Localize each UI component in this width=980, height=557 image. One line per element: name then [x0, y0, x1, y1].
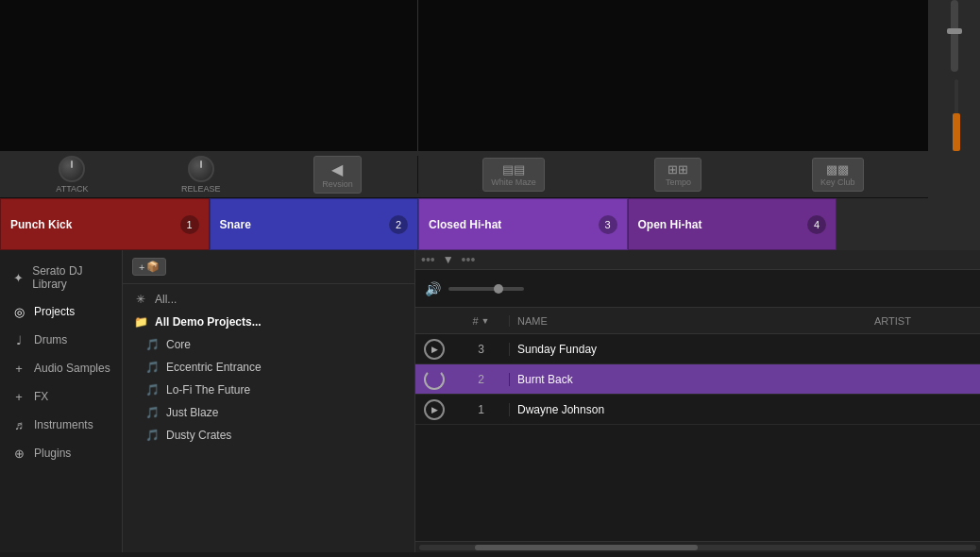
sidebar-item-drums[interactable]: ♩ Drums [0, 326, 122, 354]
drum-pad-num-open_hihat: 4 [807, 215, 826, 234]
revsion-label: Revsion [322, 179, 353, 189]
volume-thumb [494, 284, 503, 294]
core-item[interactable]: 🎵 Core [123, 333, 414, 356]
sidebar-item-fx[interactable]: + FX [0, 382, 122, 411]
controls-left: Attack Release ◀ Revsion [0, 156, 418, 194]
music-icon-lofi: 🎵 [145, 383, 159, 397]
tracks-list: ▶ 3 Sunday Funday 2 Burnt Back ▶ 1 Dwayn… [415, 334, 980, 425]
main-content: ✦ Serato DJ Library ◎ Projects ♩ Drums +… [0, 250, 980, 552]
all-files-item[interactable]: ✳ All... [123, 288, 414, 311]
sidebar-item-audio_samples[interactable]: + Audio Samples [0, 354, 122, 382]
music-icon-core: 🎵 [145, 338, 159, 351]
track-num-track3: 1 [453, 403, 510, 416]
sidebar-icon-audio_samples: + [11, 361, 26, 376]
dusty-crates-label: Dusty Crates [166, 429, 231, 442]
release-knob-group: Release [181, 156, 221, 194]
drum-pad-label-open_hihat: Open Hi-hat [638, 218, 702, 231]
track-play-btn-track1[interactable]: ▶ [415, 339, 453, 360]
add-project-button[interactable]: + 📦 [132, 258, 166, 276]
attack-label: Attack [56, 184, 88, 194]
controls-bar: Attack Release ◀ Revsion ▤▤ White Maze ⊞… [0, 151, 980, 198]
key-club-label: Key Club [820, 177, 855, 187]
eccentric-label: Eccentric Entrance [166, 361, 262, 374]
sidebar-label-drums: Drums [34, 333, 67, 346]
drum-pad-snare[interactable]: Snare 2 [210, 198, 419, 250]
file-browser-header: + 📦 [123, 250, 414, 284]
track-row-track2[interactable]: 2 Burnt Back [415, 364, 980, 395]
dots-right[interactable]: ••• [462, 252, 476, 267]
track-row-track1[interactable]: ▶ 3 Sunday Funday [415, 334, 980, 364]
sidebar-label-audio_samples: Audio Samples [34, 362, 110, 375]
tempo-label: Tempo [666, 177, 691, 187]
tempo-button[interactable]: ⊞⊞ Tempo [654, 158, 701, 192]
sidebar-item-serato_library[interactable]: ✦ Serato DJ Library [0, 258, 122, 297]
waveform-side [928, 0, 980, 151]
white-maze-button[interactable]: ▤▤ White Maze [482, 158, 545, 192]
track-num-track2: 2 [453, 373, 510, 386]
track-name-track2: Burnt Back [510, 373, 867, 386]
all-demo-label: All Demo Projects... [155, 315, 262, 329]
lofi-item[interactable]: 🎵 Lo-Fi The Future [123, 379, 414, 401]
track-row-track3[interactable]: ▶ 1 Dwayne Johnson [415, 395, 980, 425]
track-list-header: # ▼ NAME ARTIST [415, 308, 980, 334]
drum-pad-punch_kick[interactable]: Punch Kick 1 [0, 198, 210, 250]
play-circle-track1[interactable]: ▶ [424, 339, 445, 360]
just-blaze-label: Just Blaze [166, 406, 218, 419]
arrow-down[interactable]: ▼ [443, 253, 454, 266]
sidebar-icon-fx: + [11, 389, 26, 404]
attack-knob-group: Attack [56, 156, 88, 194]
drum-pad-label-closed_hihat: Closed Hi-hat [429, 218, 501, 231]
lofi-label: Lo-Fi The Future [166, 383, 250, 397]
controls-right: ▤▤ White Maze ⊞⊞ Tempo ▩▩ Key Club [418, 158, 928, 192]
attack-knob[interactable] [59, 156, 85, 182]
track-num-track1: 3 [453, 343, 510, 356]
release-label: Release [181, 184, 221, 194]
pads-right-spacer [836, 198, 980, 250]
sidebar: ✦ Serato DJ Library ◎ Projects ♩ Drums +… [0, 250, 123, 552]
bottom-scrollbar[interactable] [415, 541, 980, 552]
track-list-area: ••• ▼ ••• 🔊 # ▼ NAME ARTIST [415, 250, 980, 552]
dots-left[interactable]: ••• [421, 252, 435, 267]
track-play-btn-track2[interactable] [415, 369, 453, 390]
volume-slider-vert[interactable] [951, 0, 958, 72]
gain-slider-vert[interactable] [955, 79, 958, 151]
drum-pad-num-snare: 2 [389, 215, 408, 234]
music-icon-eccentric: 🎵 [145, 361, 159, 374]
track-name-track1: Sunday Funday [510, 343, 867, 356]
music-icon-just-blaze: 🎵 [145, 406, 159, 419]
waveform-right [418, 0, 928, 151]
music-icon-dusty: 🎵 [145, 429, 159, 442]
drum-pads: Punch Kick 1 Snare 2 Closed Hi-hat 3 Ope… [0, 198, 836, 250]
play-circle-track2[interactable] [424, 369, 445, 390]
sort-icon[interactable]: ▼ [482, 316, 490, 326]
drum-pad-open_hihat[interactable]: Open Hi-hat 4 [628, 198, 837, 250]
track-play-btn-track3[interactable]: ▶ [415, 399, 453, 420]
track-list-top-bar: ••• ▼ ••• [415, 250, 980, 270]
sidebar-icon-drums: ♩ [11, 332, 26, 347]
drum-pad-num-closed_hihat: 3 [599, 215, 617, 234]
waveform-area [0, 0, 980, 151]
just-blaze-item[interactable]: 🎵 Just Blaze [123, 401, 414, 424]
key-club-button[interactable]: ▩▩ Key Club [812, 158, 864, 192]
pads-area: Punch Kick 1 Snare 2 Closed Hi-hat 3 Ope… [0, 198, 980, 250]
drum-pad-num-punch_kick: 1 [180, 215, 199, 234]
sidebar-item-projects[interactable]: ◎ Projects [0, 297, 122, 326]
sidebar-icon-serato_library: ✦ [11, 270, 25, 285]
plus-icon: + [139, 262, 144, 273]
sidebar-label-fx: FX [34, 390, 48, 403]
drum-pad-closed_hihat[interactable]: Closed Hi-hat 3 [418, 198, 628, 250]
package-icon: 📦 [146, 261, 160, 273]
volume-slider[interactable] [448, 287, 524, 291]
waveform-left [0, 0, 418, 151]
all-demo-projects-item[interactable]: 📁 All Demo Projects... [123, 311, 414, 333]
play-circle-track3[interactable]: ▶ [424, 399, 445, 420]
sidebar-item-instruments[interactable]: ♬ Instruments [0, 411, 122, 439]
sidebar-item-plugins[interactable]: ⊕ Plugins [0, 439, 122, 467]
release-knob[interactable] [188, 156, 214, 182]
revsion-button[interactable]: ◀ Revsion [313, 156, 362, 194]
dusty-crates-item[interactable]: 🎵 Dusty Crates [123, 424, 414, 447]
drum-pad-label-punch_kick: Punch Kick [10, 218, 72, 231]
eccentric-item[interactable]: 🎵 Eccentric Entrance [123, 356, 414, 379]
file-browser: + 📦 ✳ All... 📁 All Demo Projects... 🎵 Co… [123, 250, 415, 552]
sidebar-label-projects: Projects [34, 305, 75, 318]
